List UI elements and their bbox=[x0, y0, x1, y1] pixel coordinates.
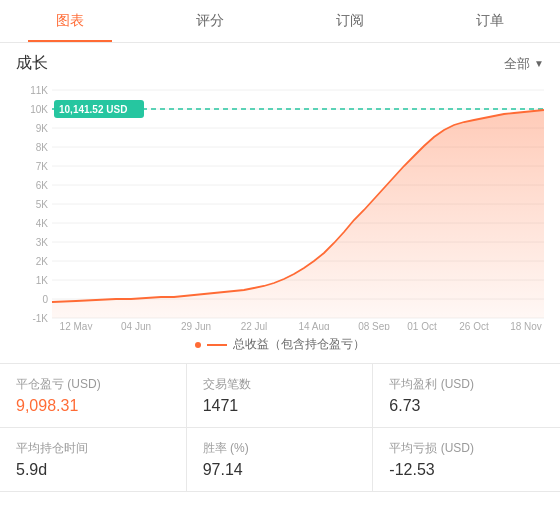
svg-text:01 Oct: 01 Oct bbox=[407, 321, 437, 330]
stat-value-avg-profit: 6.73 bbox=[389, 397, 544, 415]
svg-text:5K: 5K bbox=[36, 199, 49, 210]
line-chart: 11K 10K 9K 8K 7K 6K 5K 4K 3K 2K 1K 0 -1K bbox=[16, 80, 544, 330]
stat-value-avg-loss: -12.53 bbox=[389, 461, 544, 479]
legend-label: 总收益（包含持仓盈亏） bbox=[233, 336, 365, 353]
stats-grid: 平仓盈亏 (USD) 9,098.31 交易笔数 1471 平均盈利 (USD)… bbox=[0, 363, 560, 492]
svg-text:-1K: -1K bbox=[32, 313, 48, 324]
chart-legend: 总收益（包含持仓盈亏） bbox=[0, 330, 560, 361]
stat-label-avg-profit: 平均盈利 (USD) bbox=[389, 376, 544, 393]
stat-label-avg-loss: 平均亏损 (USD) bbox=[389, 440, 544, 457]
stat-avg-hold-time: 平均持仓时间 5.9d bbox=[0, 428, 187, 492]
svg-text:10K: 10K bbox=[30, 104, 48, 115]
chart-title: 成长 bbox=[16, 53, 48, 74]
svg-text:11K: 11K bbox=[30, 85, 48, 96]
svg-text:08 Sep: 08 Sep bbox=[358, 321, 390, 330]
stat-avg-profit: 平均盈利 (USD) 6.73 bbox=[373, 364, 560, 428]
stat-label-avg-hold-time: 平均持仓时间 bbox=[16, 440, 170, 457]
svg-text:6K: 6K bbox=[36, 180, 49, 191]
tab-rating[interactable]: 评分 bbox=[140, 0, 280, 42]
svg-text:18 Nov: 18 Nov bbox=[510, 321, 542, 330]
stat-avg-loss: 平均亏损 (USD) -12.53 bbox=[373, 428, 560, 492]
svg-text:4K: 4K bbox=[36, 218, 49, 229]
svg-text:22 Jul: 22 Jul bbox=[241, 321, 268, 330]
svg-text:14 Aug: 14 Aug bbox=[298, 321, 329, 330]
stat-label-closed-pnl: 平仓盈亏 (USD) bbox=[16, 376, 170, 393]
svg-text:04 Jun: 04 Jun bbox=[121, 321, 151, 330]
svg-text:29 Jun: 29 Jun bbox=[181, 321, 211, 330]
svg-text:7K: 7K bbox=[36, 161, 49, 172]
filter-dropdown[interactable]: 全部 ▼ bbox=[504, 55, 544, 73]
svg-text:0: 0 bbox=[42, 294, 48, 305]
stat-value-avg-hold-time: 5.9d bbox=[16, 461, 170, 479]
chart-header: 成长 全部 ▼ bbox=[0, 43, 560, 80]
stat-closed-pnl: 平仓盈亏 (USD) 9,098.31 bbox=[0, 364, 187, 428]
stat-value-closed-pnl: 9,098.31 bbox=[16, 397, 170, 415]
stat-win-rate: 胜率 (%) 97.14 bbox=[187, 428, 374, 492]
stat-value-win-rate: 97.14 bbox=[203, 461, 357, 479]
stat-label-trades: 交易笔数 bbox=[203, 376, 357, 393]
chevron-down-icon: ▼ bbox=[534, 58, 544, 69]
chart-area: 11K 10K 9K 8K 7K 6K 5K 4K 3K 2K 1K 0 -1K bbox=[0, 80, 560, 330]
svg-text:12 May: 12 May bbox=[60, 321, 93, 330]
legend-dot-icon bbox=[195, 342, 201, 348]
stat-trades: 交易笔数 1471 bbox=[187, 364, 374, 428]
legend-line-icon bbox=[207, 344, 227, 346]
tab-subscription[interactable]: 订阅 bbox=[280, 0, 420, 42]
svg-text:8K: 8K bbox=[36, 142, 49, 153]
svg-text:10,141.52 USD: 10,141.52 USD bbox=[59, 104, 127, 115]
stat-value-trades: 1471 bbox=[203, 397, 357, 415]
svg-text:26 Oct: 26 Oct bbox=[459, 321, 489, 330]
tab-chart[interactable]: 图表 bbox=[0, 0, 140, 42]
svg-text:2K: 2K bbox=[36, 256, 49, 267]
stat-label-win-rate: 胜率 (%) bbox=[203, 440, 357, 457]
svg-text:1K: 1K bbox=[36, 275, 49, 286]
svg-text:9K: 9K bbox=[36, 123, 49, 134]
tab-order[interactable]: 订单 bbox=[420, 0, 560, 42]
svg-text:3K: 3K bbox=[36, 237, 49, 248]
tab-bar: 图表 评分 订阅 订单 bbox=[0, 0, 560, 43]
